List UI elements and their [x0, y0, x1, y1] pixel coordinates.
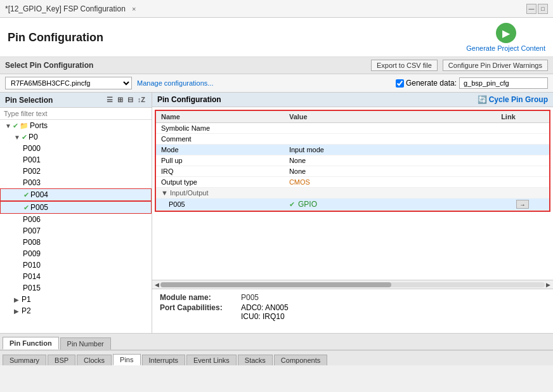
tree-p006[interactable]: P006 [0, 214, 152, 225]
row-p005-link[interactable]: → [496, 199, 549, 211]
p007-label: P007 [23, 226, 41, 235]
row-comment-link [496, 134, 549, 145]
col-link: Link [496, 111, 549, 123]
table-row-section: ▼ Input/Output [156, 188, 549, 199]
footer-tab-bsp[interactable]: BSP [48, 355, 75, 365]
row-symbolic-name-value[interactable] [284, 123, 496, 134]
tree-p004[interactable]: ✔ P004 [0, 188, 152, 201]
tree-p1[interactable]: ▶ P1 [0, 294, 152, 305]
row-comment-value[interactable] [284, 134, 496, 145]
table-row: P005 ✔ GPIO → [156, 199, 549, 211]
port-cap-value2: ICU0: IRQ10 [241, 312, 289, 321]
row-p005-label: P005 [156, 199, 284, 211]
table-header-row: Name Value Link [156, 111, 549, 123]
tree-p2[interactable]: ▶ P2 [0, 305, 152, 317]
tree-p0[interactable]: ▼ ✔ P0 [0, 131, 152, 143]
cycle-label: Cycle Pin Group [489, 95, 548, 104]
list-view-icon[interactable]: ☰ [105, 95, 114, 105]
tab-pin-number[interactable]: Pin Number [60, 337, 111, 350]
pin-selection-header: Pin Selection ☰ ⊞ ⊟ ↕Z [0, 93, 152, 108]
p009-label: P009 [23, 249, 41, 258]
manage-configurations-link[interactable]: Manage configurations... [137, 79, 213, 87]
tree-p002[interactable]: P002 [0, 166, 152, 177]
row-mode-value[interactable]: Input mode [284, 145, 496, 155]
sort-icon[interactable]: ↕Z [136, 95, 146, 105]
p0-check-icon: ✔ [22, 133, 27, 141]
horizontal-scrollbar[interactable]: ◀ ▶ [152, 280, 553, 289]
tree-p005[interactable]: ✔ P005 [0, 201, 152, 214]
tree-p003[interactable]: P003 [0, 177, 152, 188]
pin-config-title: Pin Configuration [157, 95, 221, 104]
h-scrollbar-thumb[interactable] [160, 282, 391, 287]
expand-p2-icon: ▶ [14, 308, 20, 315]
title-bar-title: *[12_GPIO_Key] FSP Configuration [5, 4, 126, 13]
export-csv-button[interactable]: Export to CSV file [371, 60, 438, 71]
tab-pin-function[interactable]: Pin Function [3, 337, 59, 350]
scroll-right-arrow[interactable]: ▶ [545, 282, 552, 288]
pin-selection-title: Pin Selection [5, 96, 53, 105]
footer-tab-interrupts[interactable]: Interrupts [142, 355, 185, 365]
pin-config-header: Pin Configuration 🔄 Cycle Pin Group [152, 93, 553, 107]
pin-selection-panel: Pin Selection ☰ ⊞ ⊟ ↕Z ▼ ✔ 📁 Ports [0, 93, 152, 333]
footer-tab-summary[interactable]: Summary [3, 355, 46, 365]
row-irq-label: IRQ [156, 166, 284, 177]
p0-label: P0 [29, 133, 38, 141]
expand-all-icon[interactable]: ⊞ [116, 95, 124, 105]
generate-data-checkbox-area: Generate data: [396, 79, 457, 88]
tree-p007[interactable]: P007 [0, 225, 152, 237]
row-pullup-value[interactable]: None [284, 155, 496, 166]
row-output-type-value[interactable]: CMOS [284, 177, 496, 188]
tab-close-btn[interactable]: × [129, 4, 138, 13]
p001-label: P001 [23, 155, 41, 164]
tree-p001[interactable]: P001 [0, 154, 152, 166]
config-dropdown[interactable]: R7FA6M5BH3CFC.pincfg [5, 77, 132, 89]
row-output-type-label: Output type [156, 177, 284, 188]
p014-label: P014 [23, 272, 41, 281]
row-pullup-link [496, 155, 549, 166]
configure-warnings-button[interactable]: Configure Pin Driver Warnings [443, 60, 548, 71]
tree-p000[interactable]: P000 [0, 143, 152, 154]
generate-icon: ▶ [496, 23, 516, 43]
scroll-left-arrow[interactable]: ◀ [153, 282, 160, 288]
h-scrollbar-track[interactable] [160, 282, 545, 287]
page-header: Pin Configuration ▶ Generate Project Con… [0, 18, 553, 57]
p005-link-icon[interactable]: → [516, 200, 529, 209]
tree-p015[interactable]: P015 [0, 282, 152, 294]
generate-data-area: Generate data: [396, 77, 548, 89]
footer-tab-stacks[interactable]: Stacks [238, 355, 273, 365]
row-irq-link [496, 166, 549, 177]
cycle-pin-group-button[interactable]: 🔄 Cycle Pin Group [478, 95, 548, 104]
tree-p008[interactable]: P008 [0, 237, 152, 248]
minimize-btn[interactable]: — [526, 4, 537, 14]
row-p005-value[interactable]: ✔ GPIO [284, 199, 496, 211]
port-cap-label: Port Capabilities: [160, 303, 236, 321]
config-table-border: Name Value Link Symbolic Name Comment [155, 110, 550, 212]
footer-tabs: Summary BSP Clocks Pins Interrupts Event… [0, 350, 553, 365]
maximize-btn[interactable]: □ [538, 4, 548, 14]
config-bar-right: Export to CSV file Configure Pin Driver … [371, 60, 548, 71]
p005-gpio-value: GPIO [298, 200, 317, 209]
generate-project-content-button[interactable]: ▶ Generate Project Content [466, 23, 545, 53]
tree-ports[interactable]: ▼ ✔ 📁 Ports [0, 120, 152, 131]
row-symbolic-name-label: Symbolic Name [156, 123, 284, 134]
p005-check-icon: ✔ [23, 204, 29, 212]
page-title: Pin Configuration [8, 31, 103, 44]
tree-p010[interactable]: P010 [0, 259, 152, 271]
row-irq-value[interactable]: None [284, 166, 496, 177]
col-name: Name [156, 111, 284, 123]
table-row: Pull up None [156, 155, 549, 166]
generate-data-checkbox[interactable] [396, 79, 404, 88]
footer-tab-components[interactable]: Components [274, 355, 327, 365]
tree-p014[interactable]: P014 [0, 271, 152, 282]
footer-tab-event-links[interactable]: Event Links [186, 355, 237, 365]
generate-data-label: Generate data: [406, 79, 457, 88]
filter-input[interactable] [0, 108, 152, 120]
collapse-all-icon[interactable]: ⊟ [126, 95, 134, 105]
bottom-tabs: Pin Function Pin Number [0, 334, 553, 350]
tree-p009[interactable]: P009 [0, 248, 152, 259]
config-select-row: R7FA6M5BH3CFC.pincfg Manage configuratio… [0, 74, 553, 93]
footer-tab-pins[interactable]: Pins [113, 354, 140, 365]
row-pullup-label: Pull up [156, 155, 284, 166]
footer-tab-clocks[interactable]: Clocks [77, 355, 112, 365]
generate-data-input[interactable] [459, 77, 548, 89]
